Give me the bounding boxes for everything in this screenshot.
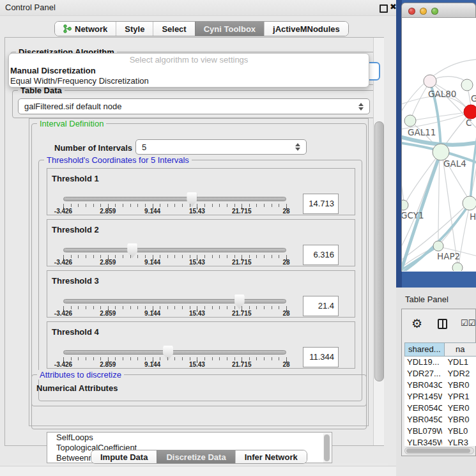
threshold-label: Threshold 3 xyxy=(52,276,99,286)
tab-infer-network[interactable]: Infer Network xyxy=(235,450,307,463)
network-edge xyxy=(402,164,404,201)
tab-impute-data[interactable]: Impute Data xyxy=(91,450,157,463)
threshold-row: Threshold 3-3.4262.8599.14415.4321.71528… xyxy=(47,270,355,318)
threshold-label: Threshold 2 xyxy=(52,225,99,234)
minimize-window-button[interactable] xyxy=(420,8,427,15)
tab-network[interactable]: Network xyxy=(55,22,116,36)
table-panel: ⚙ ☑☑ shared... na YDL19...YDL1YDR27...YD… xyxy=(401,309,476,456)
cell-shared-name: YLR345W xyxy=(404,437,442,446)
threshold-value-field[interactable]: 21.4 xyxy=(303,296,339,316)
slider-tick-label: -3.426 xyxy=(54,259,72,266)
network-node[interactable] xyxy=(463,196,476,210)
algorithm-popup-header: Select algorithm to view settings xyxy=(9,55,369,66)
list-scrollbar-thumb[interactable] xyxy=(324,434,330,461)
combo-stepper-icon xyxy=(358,103,364,111)
slider-minor-ticks xyxy=(63,255,287,258)
content-scrollbar-thumb[interactable] xyxy=(374,121,384,381)
thresholds-group: Threshold's Coordinates for 5 Intervals … xyxy=(38,160,362,401)
network-node[interactable] xyxy=(424,75,436,88)
slider-tick-label: 2.859 xyxy=(100,259,116,266)
tab-select[interactable]: Select xyxy=(153,22,194,36)
gear-icon[interactable]: ⚙ xyxy=(411,316,422,331)
cell-name: YLR3 xyxy=(442,437,476,446)
algorithm-option[interactable]: Equal Width/Frequency Discretization xyxy=(9,76,369,86)
network-node[interactable] xyxy=(404,115,416,127)
slider-tick-label: 28 xyxy=(282,208,289,215)
attributes-group-title: Attributes to discretize xyxy=(37,370,124,380)
network-node[interactable] xyxy=(461,79,473,91)
algorithm-dropdown-popup: Select algorithm to view settings Manual… xyxy=(8,53,369,88)
node-table[interactable]: shared... na YDL19...YDL1YDR27...YDR2YBR… xyxy=(404,342,476,446)
cell-shared-name: YBR043C xyxy=(404,380,442,391)
interval-definition-title: Interval Definition xyxy=(37,119,106,128)
content-vertical-scrollbar[interactable] xyxy=(373,38,384,445)
zoom-window-button[interactable] xyxy=(431,8,438,15)
column-header-shared-name[interactable]: shared... xyxy=(404,342,445,357)
network-node[interactable] xyxy=(452,263,463,271)
cell-name: YER0 xyxy=(442,403,476,414)
threshold-label: Threshold 1 xyxy=(52,174,99,183)
table-row[interactable]: YBL079WYBL0 xyxy=(404,426,476,437)
network-node[interactable] xyxy=(402,200,408,210)
network-window-titlebar[interactable] xyxy=(401,3,476,18)
threshold-value-field[interactable]: 14.713 xyxy=(303,194,339,214)
table-data-group: Table Data galFiltered.sif default node xyxy=(12,90,376,118)
number-of-intervals-label: Number of Intervals xyxy=(54,143,132,153)
table-horizontal-scrollbar[interactable] xyxy=(404,447,474,454)
tab-cyni-toolbox[interactable]: Cyni Toolbox xyxy=(195,22,264,36)
table-data-combobox[interactable]: galFiltered.sif default node xyxy=(18,98,370,114)
tab-discretize-data[interactable]: Discretize Data xyxy=(157,450,234,463)
tab-label: Select xyxy=(162,24,186,34)
tab-label: jActiveMNodules xyxy=(273,24,340,34)
network-view-window[interactable]: GAL80GACGAL11GAL4GCY1HHAP2 xyxy=(401,3,476,272)
float-window-icon[interactable] xyxy=(380,4,388,13)
split-columns-icon[interactable] xyxy=(438,319,447,329)
slider-tick-label: 2.859 xyxy=(100,310,116,317)
right-region: GAL80GACGAL11GAL4GCY1HHAP2 Table Panel ⚙… xyxy=(396,0,476,476)
slider-tick-label: 9.144 xyxy=(144,310,160,317)
network-node[interactable] xyxy=(433,241,443,251)
threshold-row: Threshold 2-3.4262.8599.14415.4321.71528… xyxy=(47,219,355,266)
column-header-name[interactable]: na xyxy=(445,342,476,357)
slider-tick-label: 15.43 xyxy=(189,259,205,266)
table-row[interactable]: YBR043CYBR0 xyxy=(404,380,476,391)
table-row[interactable]: YER054CYER0 xyxy=(404,403,476,414)
algorithm-option[interactable]: Manual Discretization xyxy=(9,66,369,76)
slider-tick-label: 28 xyxy=(282,361,289,368)
attribute-list-item[interactable]: SelfLoops xyxy=(47,433,332,443)
slider-tick-label: 15.43 xyxy=(189,361,205,368)
network-view[interactable]: GAL80GACGAL11GAL4GCY1HHAP2 xyxy=(401,18,476,272)
slider-tick-label: 9.144 xyxy=(144,259,160,266)
tab-style[interactable]: Style xyxy=(116,22,153,36)
node-label: C xyxy=(466,118,472,128)
close-window-button[interactable] xyxy=(408,8,415,15)
network-edge xyxy=(459,205,470,264)
number-of-intervals-combobox[interactable]: 5 xyxy=(135,139,307,155)
slider-track[interactable] xyxy=(63,248,286,252)
slider-track[interactable] xyxy=(63,197,286,201)
slider-tick-label: 21.715 xyxy=(232,208,252,215)
table-hscrollbar-thumb[interactable] xyxy=(406,449,470,453)
tab-jactivemnodules[interactable]: jActiveMNodules xyxy=(264,22,348,36)
table-row[interactable]: YBR045CYBR0 xyxy=(404,414,476,426)
table-row[interactable]: YDL19...YDL1 xyxy=(404,357,476,368)
slider-tick-label: -3.426 xyxy=(54,208,72,215)
node-label: GAL80 xyxy=(428,89,456,99)
select-columns-icon[interactable]: ☑☑ xyxy=(461,318,475,328)
threshold-value-field[interactable]: 6.316 xyxy=(303,245,339,265)
table-row[interactable]: YDR27...YDR2 xyxy=(404,368,476,380)
slider-track[interactable] xyxy=(63,350,286,355)
list-scrollbar[interactable] xyxy=(323,433,331,463)
threshold-value-field[interactable]: 11.344 xyxy=(303,347,339,367)
cell-name: YBR0 xyxy=(442,414,476,426)
slider-tick-label: -3.426 xyxy=(54,310,72,317)
table-row[interactable]: YPR145WYPR1 xyxy=(404,391,476,403)
network-graph[interactable]: GAL80GACGAL11GAL4GCY1HHAP2 xyxy=(402,18,476,271)
network-node[interactable] xyxy=(464,105,476,119)
slider-tick-label: -3.426 xyxy=(54,361,72,368)
tab-label: Style xyxy=(125,24,144,34)
cell-shared-name: YDL19... xyxy=(404,357,442,368)
table-row[interactable]: YLR345WYLR3 xyxy=(404,437,476,446)
slider-tick-label: 15.43 xyxy=(189,208,205,215)
slider-track[interactable] xyxy=(63,299,286,303)
